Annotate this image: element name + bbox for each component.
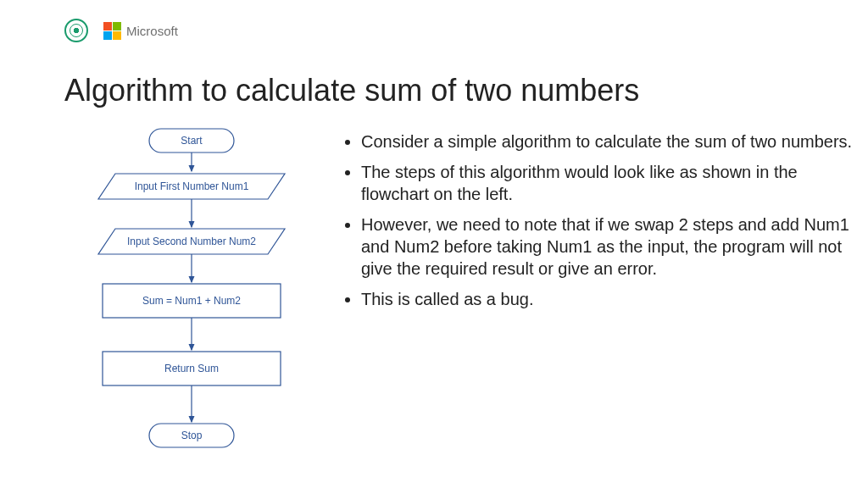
flowchart-stop-label: Stop <box>181 430 203 441</box>
flowchart-return-label: Return Sum <box>164 363 219 374</box>
microsoft-logo: Microsoft <box>103 22 178 40</box>
bullet-item: This is called as a bug. <box>361 288 868 310</box>
microsoft-squares-icon <box>103 22 121 40</box>
microsoft-wordmark: Microsoft <box>126 24 178 38</box>
flowchart-input2-label: Input Second Number Num2 <box>127 236 256 247</box>
flowchart: Start Input First Number Num1 Input Seco… <box>64 127 319 483</box>
flowchart-input1-label: Input First Number Num1 <box>135 180 249 192</box>
circular-emblem-icon <box>64 19 88 42</box>
header-logos: Microsoft <box>64 19 178 42</box>
flowchart-start-label: Start <box>181 135 203 147</box>
bullet-item: However, we need to note that if we swap… <box>361 214 868 280</box>
bullet-item: The steps of this algorithm would look l… <box>361 161 868 205</box>
content-area: Start Input First Number Num1 Input Seco… <box>64 127 868 483</box>
flowchart-process-label: Sum = Num1 + Num2 <box>142 295 241 307</box>
page-title: Algorithm to calculate sum of two number… <box>64 73 639 108</box>
bullet-item: Consider a simple algorithm to calculate… <box>361 130 868 152</box>
bullet-list: Consider a simple algorithm to calculate… <box>319 127 868 483</box>
